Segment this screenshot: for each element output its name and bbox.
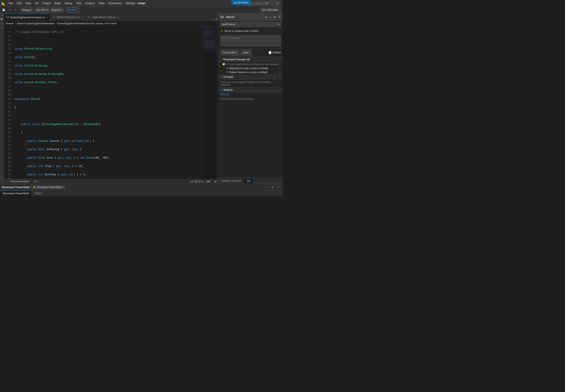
activity-search-icon[interactable]: 🔍 xyxy=(0,18,3,21)
tab-close-easter-egg[interactable]: ✕ xyxy=(46,16,48,18)
commit-message-input[interactable] xyxy=(220,35,281,46)
menu-analyze[interactable]: Analyze xyxy=(83,1,96,6)
start-button[interactable]: ▶ Start xyxy=(67,8,78,12)
toolbar-redo-btn[interactable]: ↪ xyxy=(13,8,18,12)
tab-app-config[interactable]: C# ApplicationConfig.cs ✕ xyxy=(86,14,121,21)
vertical-scrollbar[interactable] xyxy=(216,26,218,179)
platform-dropdown[interactable]: Any CPU ▾ xyxy=(35,8,49,12)
file-status-1: C xyxy=(279,67,281,70)
code-content[interactable]: /* License Information (GPL v3) using Sh… xyxy=(13,26,203,179)
branch-dropdown-icon: ▾ xyxy=(278,23,279,26)
panel-controls: — ⧉ ✕ xyxy=(264,185,281,189)
changes-empty-message: There are no unstaged changes in the wor… xyxy=(219,79,283,87)
restore-button[interactable]: ⧉ xyxy=(262,0,272,7)
git-expand-icon[interactable]: ⧉ xyxy=(273,15,276,19)
editor-status-bar: ✓ ✓ No issues found ⎇ ✓ Ln: 50 Ch: 1 SPC… xyxy=(4,179,218,184)
git-close-icon[interactable]: ✕ xyxy=(277,15,281,19)
menu-file[interactable]: File xyxy=(7,1,14,6)
bottom-panel-header: Developer PowerShell ⚡ Developer PowerSh… xyxy=(0,184,283,190)
git-pull-icon[interactable]: ↓ xyxy=(260,15,263,19)
menu-build[interactable]: Build xyxy=(53,1,62,6)
branch-dropdown[interactable]: NewFeature ▾ xyxy=(220,22,281,27)
unmerged-more-icon[interactable]: ⋯ xyxy=(277,57,281,61)
commit-all-button[interactable]: Commit All ▾ xyxy=(220,49,239,56)
commit-dropdown-icon[interactable]: ▾ xyxy=(235,51,237,54)
output-tab[interactable]: Output xyxy=(32,190,45,196)
line-col-indicator: Ln: 50 Ch: 1 xyxy=(190,180,204,183)
tab-bar-settings-icon[interactable]: ⚙ xyxy=(215,18,217,21)
amend-checkbox[interactable] xyxy=(269,51,272,54)
tab-easter-egg[interactable]: C# EasterEggAboutAnimation.cs ✕ xyxy=(4,14,50,21)
cs-file-icon-2: C# xyxy=(53,16,55,18)
menu-tools[interactable]: Tools xyxy=(97,1,106,6)
unmerged-file-1-name: ApplicationConfig.cs [both modified] xyxy=(230,67,268,70)
separator-2 xyxy=(65,8,65,12)
activity-debug-icon[interactable]: ▷ xyxy=(0,26,3,29)
breadcrumb-class[interactable]: ShareX.EasterEggAboutAnimation xyxy=(17,22,54,25)
close-button[interactable]: ✕ xyxy=(272,0,283,7)
debug-config-dropdown[interactable]: Debug ▾ xyxy=(21,8,34,12)
menu-extensions[interactable]: Extensions xyxy=(107,1,123,6)
title-bar: 📐 File Edit View Git Project Build Debug… xyxy=(0,0,283,7)
breadcrumb-method[interactable]: EasterEggAboutAnimation(Canvas canvas, F… xyxy=(57,22,116,25)
powershell-instance-dropdown[interactable]: ⚡ Developer PowerShell ▾ xyxy=(31,185,65,189)
add-all-icon[interactable]: + xyxy=(274,75,276,78)
app-icon: 📐 xyxy=(2,1,5,5)
tab-close-balloon[interactable]: ✕ xyxy=(81,16,83,18)
menu-window[interactable]: Window xyxy=(124,1,137,6)
code-area: 1 25 26 27 28 29 30 31 32 33 34 35 36 37… xyxy=(4,26,218,179)
drop-all-button[interactable]: Drop All xyxy=(219,92,283,96)
panel-minimize-icon[interactable]: — xyxy=(264,185,270,189)
tab-bar: C# EasterEggAboutAnimation.cs ✕ C# Ballo… xyxy=(4,13,218,21)
unmerged-file-1[interactable]: C# ApplicationConfig.cs [both modified] … xyxy=(219,66,283,70)
powershell-title: Developer PowerShell xyxy=(2,186,29,189)
menu-debug[interactable]: Debug xyxy=(63,1,74,6)
toolbar-undo-btn[interactable]: ↩ xyxy=(8,8,12,12)
menu-project[interactable]: Project xyxy=(41,1,52,6)
activity-git-icon[interactable]: ⎇ xyxy=(0,22,3,25)
git-settings-icon[interactable]: ⚙ xyxy=(264,15,267,19)
menu-edit[interactable]: Edit xyxy=(15,1,23,6)
abort-button[interactable]: Abort xyxy=(240,49,252,56)
panel-maximize-icon[interactable]: ⧉ xyxy=(270,185,275,189)
tab-close-app-config[interactable]: ✕ xyxy=(117,16,119,18)
git-push-icon[interactable]: ↑ xyxy=(255,15,259,19)
changes-label: Changes xyxy=(223,75,233,78)
cs-file-icon: C# xyxy=(6,16,9,18)
tab-bar-overflow-icon[interactable]: ⋯ xyxy=(212,18,215,21)
title-center: ShareX xyxy=(137,2,146,5)
stashes-header[interactable]: ▼ Stashes xyxy=(219,87,283,92)
tab-label-app-config: ApplicationConfig.cs xyxy=(92,16,116,19)
git-tab[interactable]: Git xyxy=(244,178,253,184)
tab-label-balloon: BalloonTipAction.cs xyxy=(57,16,80,19)
menu-git[interactable]: Git xyxy=(33,1,40,6)
cs-file-icon-3: C# xyxy=(88,16,90,18)
unmerged-changes-label: Unmerged Changes (2) xyxy=(223,58,250,61)
changes-more-icon[interactable]: ⋯ xyxy=(277,75,281,78)
powershell-tab[interactable]: Developer PowerShell xyxy=(0,190,32,196)
live-share-button[interactable]: ☁ Live Share xyxy=(232,0,251,5)
unmerged-changes-header[interactable]: ▼ Unmerged Changes (2) ⋯ xyxy=(219,57,283,62)
panel-close-icon[interactable]: ✕ xyxy=(276,185,281,189)
git-panel-title: Git - ShareX xyxy=(220,16,234,18)
menu-test[interactable]: Test xyxy=(75,1,83,6)
toolbar-save-btn[interactable]: 💾 xyxy=(1,8,7,12)
line-numbers: 1 25 26 27 28 29 30 31 32 33 34 35 36 37… xyxy=(4,26,13,179)
int-preview-button[interactable]: INT PREVIEW xyxy=(260,8,281,12)
project-dropdown[interactable]: ShareX ▾ xyxy=(50,8,64,12)
unmerged-collapse-icon: ▼ xyxy=(220,58,222,60)
tab-balloon-tip[interactable]: C# BalloonTipAction.cs ✕ xyxy=(50,14,86,21)
solution-explorer-tab[interactable]: Solution Explorer xyxy=(219,178,244,184)
activity-files-icon[interactable]: ≡ xyxy=(0,14,3,17)
menu-view[interactable]: View xyxy=(24,1,33,6)
git-sync-icon[interactable]: ↕ xyxy=(251,15,254,19)
changes-header[interactable]: ▼ Changes + ⋯ xyxy=(219,74,283,79)
minimize-button[interactable]: — xyxy=(252,0,262,7)
stashes-label: Stashes xyxy=(223,88,233,91)
bottom-panel: Developer PowerShell ⚡ Developer PowerSh… xyxy=(0,184,283,196)
git-minimize-icon[interactable]: — xyxy=(268,15,272,19)
amend-label: Amend xyxy=(272,51,281,54)
git-check-indicator: ⎇ ✓ xyxy=(33,180,39,183)
unmerged-file-2[interactable]: C# BalloonTipAction.cs [both modified] C xyxy=(219,70,283,74)
breadcrumb-sharex[interactable]: ShareX xyxy=(6,22,14,25)
